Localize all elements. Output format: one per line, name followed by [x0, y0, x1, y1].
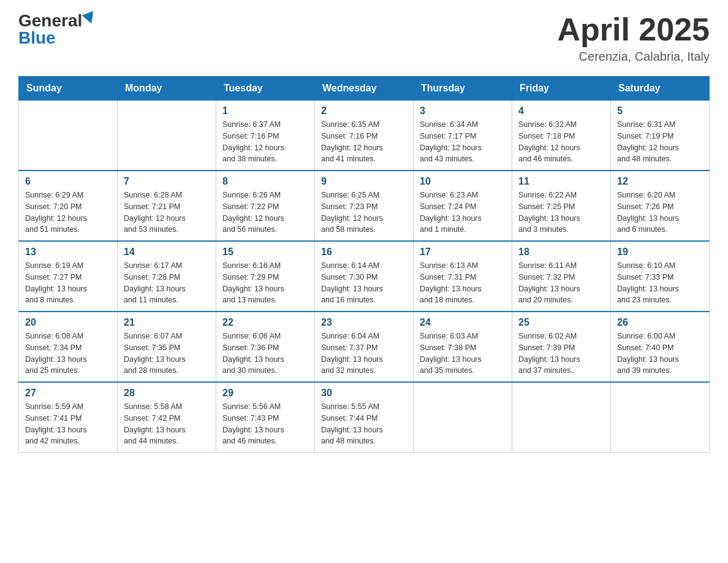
calendar-day-cell [19, 101, 118, 171]
calendar-day-cell: 3Sunrise: 6:34 AM Sunset: 7:17 PM Daylig… [414, 101, 512, 171]
calendar-day-cell [611, 382, 710, 453]
calendar-day-cell: 15Sunrise: 6:16 AM Sunset: 7:29 PM Dayli… [216, 241, 315, 312]
day-number: 21 [124, 317, 210, 328]
day-number: 18 [518, 247, 604, 258]
calendar-day-cell: 6Sunrise: 6:29 AM Sunset: 7:20 PM Daylig… [19, 170, 118, 241]
calendar-week-row: 6Sunrise: 6:29 AM Sunset: 7:20 PM Daylig… [19, 170, 710, 241]
day-info: Sunrise: 6:35 AM Sunset: 7:16 PM Dayligh… [321, 119, 407, 165]
day-number: 7 [124, 176, 210, 187]
calendar-day-cell: 26Sunrise: 6:00 AM Sunset: 7:40 PM Dayli… [611, 312, 710, 382]
calendar-day-cell: 10Sunrise: 6:23 AM Sunset: 7:24 PM Dayli… [414, 170, 512, 241]
day-info: Sunrise: 5:56 AM Sunset: 7:43 PM Dayligh… [222, 401, 308, 447]
day-number: 6 [25, 176, 111, 187]
calendar-header-row: SundayMondayTuesdayWednesdayThursdayFrid… [19, 77, 710, 101]
day-number: 22 [222, 317, 308, 328]
day-number: 13 [25, 247, 111, 258]
day-number: 5 [617, 105, 703, 117]
day-info: Sunrise: 6:08 AM Sunset: 7:34 PM Dayligh… [25, 331, 111, 377]
calendar-week-row: 13Sunrise: 6:19 AM Sunset: 7:27 PM Dayli… [19, 241, 710, 312]
day-number: 19 [617, 247, 703, 258]
day-info: Sunrise: 5:59 AM Sunset: 7:41 PM Dayligh… [25, 401, 111, 447]
day-number: 20 [25, 317, 111, 328]
calendar-header-friday: Friday [512, 77, 611, 101]
day-info: Sunrise: 6:20 AM Sunset: 7:26 PM Dayligh… [617, 190, 703, 236]
day-number: 27 [25, 388, 111, 399]
calendar-day-cell: 21Sunrise: 6:07 AM Sunset: 7:35 PM Dayli… [118, 312, 216, 382]
calendar-day-cell: 24Sunrise: 6:03 AM Sunset: 7:38 PM Dayli… [414, 312, 512, 382]
day-number: 24 [420, 317, 506, 328]
day-info: Sunrise: 6:14 AM Sunset: 7:30 PM Dayligh… [321, 260, 407, 306]
day-info: Sunrise: 6:32 AM Sunset: 7:18 PM Dayligh… [518, 119, 604, 165]
calendar-day-cell: 16Sunrise: 6:14 AM Sunset: 7:30 PM Dayli… [315, 241, 414, 312]
day-info: Sunrise: 5:55 AM Sunset: 7:44 PM Dayligh… [321, 401, 407, 447]
day-info: Sunrise: 6:11 AM Sunset: 7:32 PM Dayligh… [518, 260, 604, 306]
calendar-day-cell: 13Sunrise: 6:19 AM Sunset: 7:27 PM Dayli… [19, 241, 118, 312]
day-info: Sunrise: 6:06 AM Sunset: 7:36 PM Dayligh… [222, 331, 308, 377]
calendar-day-cell: 23Sunrise: 6:04 AM Sunset: 7:37 PM Dayli… [315, 312, 414, 382]
calendar-day-cell: 20Sunrise: 6:08 AM Sunset: 7:34 PM Dayli… [19, 312, 118, 382]
calendar-day-cell: 18Sunrise: 6:11 AM Sunset: 7:32 PM Dayli… [512, 241, 611, 312]
title-block: April 2025 Cerenzia, Calabria, Italy [557, 12, 710, 64]
day-info: Sunrise: 6:13 AM Sunset: 7:31 PM Dayligh… [420, 260, 506, 306]
day-info: Sunrise: 6:02 AM Sunset: 7:39 PM Dayligh… [518, 331, 604, 377]
day-info: Sunrise: 6:25 AM Sunset: 7:23 PM Dayligh… [321, 190, 407, 236]
calendar-day-cell: 27Sunrise: 5:59 AM Sunset: 7:41 PM Dayli… [19, 382, 118, 453]
calendar-week-row: 27Sunrise: 5:59 AM Sunset: 7:41 PM Dayli… [19, 382, 710, 453]
calendar-header-saturday: Saturday [611, 77, 710, 101]
day-number: 25 [518, 317, 604, 328]
day-number: 11 [518, 176, 604, 187]
calendar-day-cell: 4Sunrise: 6:32 AM Sunset: 7:18 PM Daylig… [512, 101, 611, 171]
calendar-table: SundayMondayTuesdayWednesdayThursdayFrid… [18, 76, 710, 453]
day-info: Sunrise: 6:31 AM Sunset: 7:19 PM Dayligh… [617, 119, 703, 165]
day-number: 2 [321, 105, 407, 117]
calendar-day-cell: 2Sunrise: 6:35 AM Sunset: 7:16 PM Daylig… [315, 101, 414, 171]
calendar-day-cell: 14Sunrise: 6:17 AM Sunset: 7:28 PM Dayli… [118, 241, 216, 312]
day-number: 9 [321, 176, 407, 187]
day-info: Sunrise: 6:23 AM Sunset: 7:24 PM Dayligh… [420, 190, 506, 236]
day-info: Sunrise: 6:19 AM Sunset: 7:27 PM Dayligh… [25, 260, 111, 306]
day-info: Sunrise: 6:26 AM Sunset: 7:22 PM Dayligh… [222, 190, 308, 236]
calendar-day-cell: 25Sunrise: 6:02 AM Sunset: 7:39 PM Dayli… [512, 312, 611, 382]
day-number: 29 [222, 388, 308, 399]
calendar-day-cell: 17Sunrise: 6:13 AM Sunset: 7:31 PM Dayli… [414, 241, 512, 312]
day-info: Sunrise: 6:10 AM Sunset: 7:33 PM Dayligh… [617, 260, 703, 306]
logo-blue-text: Blue [18, 29, 56, 47]
calendar-header-sunday: Sunday [19, 77, 118, 101]
calendar-day-cell: 12Sunrise: 6:20 AM Sunset: 7:26 PM Dayli… [611, 170, 710, 241]
calendar-day-cell: 30Sunrise: 5:55 AM Sunset: 7:44 PM Dayli… [315, 382, 414, 453]
day-info: Sunrise: 5:58 AM Sunset: 7:42 PM Dayligh… [124, 401, 210, 447]
calendar-day-cell: 1Sunrise: 6:37 AM Sunset: 7:16 PM Daylig… [216, 101, 315, 171]
logo-general-text: General [18, 12, 82, 29]
calendar-header-tuesday: Tuesday [216, 77, 315, 101]
day-number: 28 [124, 388, 210, 399]
calendar-header-thursday: Thursday [414, 77, 512, 101]
day-info: Sunrise: 6:03 AM Sunset: 7:38 PM Dayligh… [420, 331, 506, 377]
calendar-header-wednesday: Wednesday [315, 77, 414, 101]
location-subtitle: Cerenzia, Calabria, Italy [557, 50, 710, 64]
day-number: 16 [321, 247, 407, 258]
day-info: Sunrise: 6:34 AM Sunset: 7:17 PM Dayligh… [420, 119, 506, 165]
calendar-week-row: 20Sunrise: 6:08 AM Sunset: 7:34 PM Dayli… [19, 312, 710, 382]
day-info: Sunrise: 6:17 AM Sunset: 7:28 PM Dayligh… [124, 260, 210, 306]
day-info: Sunrise: 6:16 AM Sunset: 7:29 PM Dayligh… [222, 260, 308, 306]
day-info: Sunrise: 6:04 AM Sunset: 7:37 PM Dayligh… [321, 331, 407, 377]
calendar-day-cell: 9Sunrise: 6:25 AM Sunset: 7:23 PM Daylig… [315, 170, 414, 241]
calendar-day-cell [118, 101, 216, 171]
day-number: 15 [222, 247, 308, 258]
day-info: Sunrise: 6:37 AM Sunset: 7:16 PM Dayligh… [222, 119, 308, 165]
calendar-day-cell [512, 382, 611, 453]
day-number: 17 [420, 247, 506, 258]
day-number: 23 [321, 317, 407, 328]
day-number: 1 [222, 105, 308, 117]
day-info: Sunrise: 6:07 AM Sunset: 7:35 PM Dayligh… [124, 331, 210, 377]
day-info: Sunrise: 6:29 AM Sunset: 7:20 PM Dayligh… [25, 190, 111, 236]
day-number: 3 [420, 105, 506, 117]
logo-triangle-icon [82, 11, 97, 26]
calendar-day-cell: 22Sunrise: 6:06 AM Sunset: 7:36 PM Dayli… [216, 312, 315, 382]
day-number: 30 [321, 388, 407, 399]
logo: General Blue [18, 12, 96, 47]
calendar-day-cell: 5Sunrise: 6:31 AM Sunset: 7:19 PM Daylig… [611, 101, 710, 171]
day-number: 8 [222, 176, 308, 187]
day-number: 26 [617, 317, 703, 328]
calendar-day-cell: 28Sunrise: 5:58 AM Sunset: 7:42 PM Dayli… [118, 382, 216, 453]
